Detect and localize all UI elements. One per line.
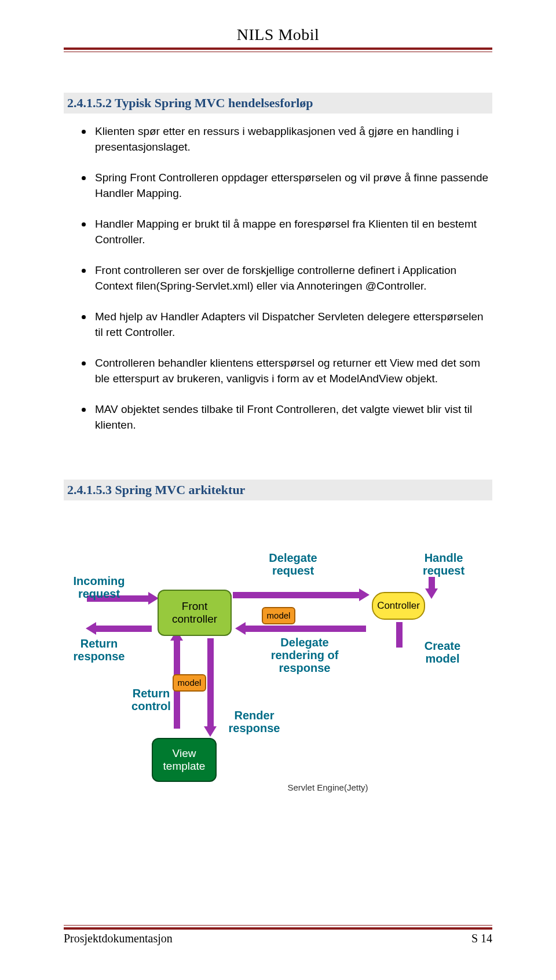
architecture-diagram: Front controller Controller View templat… — [64, 512, 491, 807]
header-rule — [64, 47, 492, 52]
list-item: MAV objektet sendes tilbake til Front Co… — [85, 402, 492, 433]
section-heading-1: 2.4.1.5.2 Typisk Spring MVC hendelsesfor… — [64, 93, 492, 114]
list-item: Handler Mapping er brukt til å mappe en … — [85, 217, 492, 248]
diagram-label-handle-request: Handle request — [403, 551, 484, 577]
diagram-label-return-control: Return control — [125, 687, 177, 712]
footer-rule — [64, 925, 492, 930]
diagram-box-model: model — [262, 607, 295, 624]
footer-left: Prosjektdokumentasjon — [64, 932, 173, 945]
list-item: Spring Front Controlleren oppdager etter… — [85, 170, 492, 202]
diagram-label-delegate-rendering: Delegate rendering of response — [256, 636, 353, 674]
footer-right: S 14 — [471, 932, 492, 945]
page-title: NILS Mobil — [64, 0, 492, 44]
diagram-label-delegate-request: Delegate request — [253, 551, 334, 577]
diagram-label-servlet-engine: Servlet Engine(Jetty) — [270, 783, 386, 793]
diagram-label-return-response: Return response — [67, 637, 131, 663]
diagram-box-front-controller: Front controller — [158, 590, 232, 636]
section-heading-2: 2.4.1.5.3 Spring MVC arkitektur — [64, 480, 492, 500]
diagram-box-controller: Controller — [372, 592, 425, 620]
diagram-label-create-model: Create model — [408, 639, 477, 665]
diagram-label-incoming-request: Incoming request — [67, 575, 131, 600]
diagram-label-render-response: Render response — [217, 709, 292, 734]
list-item: Controlleren behandler klientens ettersp… — [85, 356, 492, 387]
list-item: Front controlleren ser over de forskjell… — [85, 263, 492, 294]
list-item: Klienten spør etter en ressurs i webappl… — [85, 124, 492, 155]
diagram-box-view-template: View template — [152, 738, 217, 782]
page-footer: Prosjektdokumentasjon S 14 — [64, 932, 492, 980]
list-item: Med hjelp av Handler Adapters vil Dispat… — [85, 309, 492, 341]
diagram-box-model: model — [173, 674, 206, 692]
bullet-list: Klienten spør etter en ressurs i webappl… — [64, 124, 492, 433]
